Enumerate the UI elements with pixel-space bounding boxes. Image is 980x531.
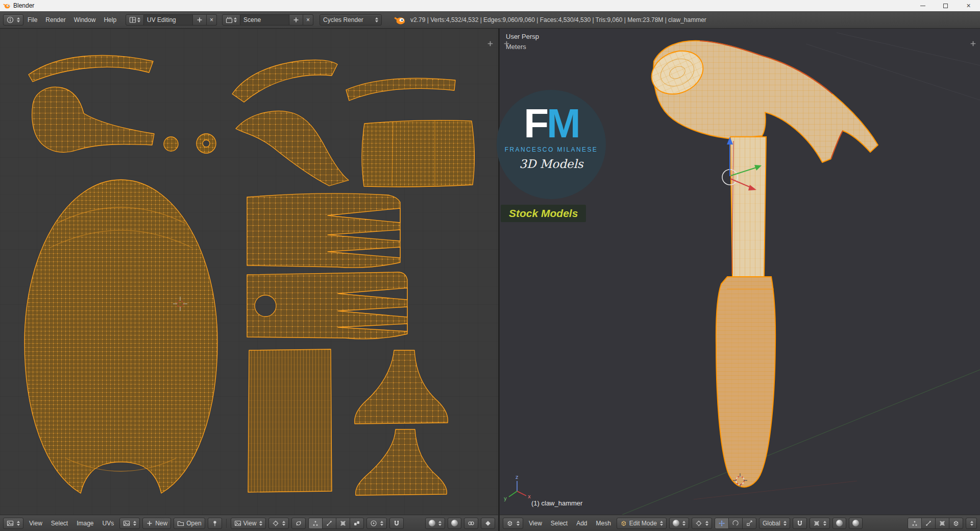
- scene-name-field[interactable]: Scene: [240, 14, 289, 26]
- mode-dropdown[interactable]: Edit Mode: [617, 518, 667, 529]
- mesh-select-vertex-button[interactable]: [908, 518, 922, 529]
- pin-image-button[interactable]: [208, 518, 222, 529]
- uv-island-poll-face[interactable]: [362, 120, 474, 187]
- uv-select-face-button[interactable]: [336, 518, 350, 529]
- manipulator-rotate-button[interactable]: [728, 518, 743, 529]
- uv-menu-view[interactable]: View: [26, 520, 45, 527]
- open-folder-icon: [177, 520, 184, 527]
- menu-help[interactable]: Help: [100, 16, 120, 23]
- uv-menu-image[interactable]: Image: [74, 520, 96, 527]
- uv-select-vertex-button[interactable]: [308, 518, 323, 529]
- uv-island-grip-main[interactable]: [24, 180, 217, 493]
- keyframe-insert-button[interactable]: [481, 518, 495, 529]
- v3d-menu-view[interactable]: View: [526, 520, 545, 527]
- layout-browse-button[interactable]: [126, 14, 144, 26]
- svg-text:x: x: [528, 494, 531, 499]
- watermark-letter-m: M: [547, 103, 579, 144]
- uv-island-shaft-strip[interactable]: [248, 349, 332, 492]
- uv-island-cap-ring[interactable]: [197, 134, 216, 153]
- uv-menu-select[interactable]: Select: [48, 520, 71, 527]
- viewport-view-name: User Persp: [506, 33, 539, 40]
- uv-select-edge-button[interactable]: [322, 518, 336, 529]
- link-datablock-button[interactable]: [464, 518, 478, 529]
- snap-element-icon: [813, 520, 820, 527]
- snap-element-dropdown[interactable]: [810, 518, 830, 529]
- image-browse-button[interactable]: [119, 518, 140, 529]
- uv-menu-uvs[interactable]: UVs: [100, 520, 117, 527]
- layout-browse-icon: [129, 16, 136, 23]
- uv-island-cap-small[interactable]: [164, 137, 178, 151]
- opengl-anim-button[interactable]: [849, 518, 863, 529]
- mesh-select-face-button[interactable]: [935, 518, 949, 529]
- menu-window[interactable]: Window: [70, 16, 100, 23]
- v3d-menu-mesh[interactable]: Mesh: [593, 520, 614, 527]
- render-slot-dropdown[interactable]: [425, 518, 445, 529]
- viewport-shading-dropdown[interactable]: [669, 518, 689, 529]
- pivot-point-icon: [695, 520, 702, 527]
- hammer-mesh[interactable]: [645, 41, 878, 487]
- toolshelf-expand-icon[interactable]: [503, 40, 510, 47]
- manipulator-translate-button[interactable]: [715, 518, 729, 529]
- watermark-logo: F M FRANCESCO MILANESE 3D Models: [497, 90, 606, 199]
- select-island-icon: [353, 520, 360, 527]
- mode-value: Edit Mode: [629, 520, 657, 527]
- menu-file[interactable]: File: [23, 16, 41, 23]
- minimize-icon: [920, 6, 925, 6]
- close-button[interactable]: ×: [957, 0, 980, 11]
- pivot-point-dropdown[interactable]: [692, 518, 712, 529]
- proportional-edit-dropdown[interactable]: [366, 518, 387, 529]
- svg-text:y: y: [504, 496, 507, 501]
- scene-delete-button[interactable]: ×: [303, 14, 313, 26]
- info-editor-icon: [7, 16, 14, 23]
- manipulator-scale-button[interactable]: [742, 518, 756, 529]
- hammer-shaft[interactable]: [730, 137, 766, 277]
- uv-island-claw-bottom[interactable]: [247, 272, 407, 339]
- display-mode-dropdown[interactable]: View: [231, 518, 266, 529]
- layout-delete-button[interactable]: ×: [207, 14, 217, 26]
- watermark-stock-models: Stock Models: [501, 205, 586, 222]
- display-mode-icon: [234, 520, 241, 527]
- minimize-button[interactable]: [911, 0, 934, 11]
- render-engine-selector[interactable]: Cycles Render: [320, 14, 382, 26]
- uv-sync-toggle[interactable]: [291, 518, 306, 529]
- uv-editor-type-button[interactable]: [3, 518, 23, 529]
- blender-logo-icon: [3, 2, 10, 9]
- layout-add-button[interactable]: [193, 14, 207, 26]
- occlude-toggle-button[interactable]: [949, 518, 963, 529]
- render-result-button[interactable]: [448, 518, 461, 529]
- snap-toggle-button[interactable]: [389, 518, 404, 529]
- new-image-button[interactable]: New: [142, 518, 171, 529]
- manipulator-scale-icon: [746, 520, 753, 527]
- info-editor-type-button[interactable]: [3, 14, 23, 26]
- dropdown-arrows-icon: [137, 17, 140, 22]
- pivot-center-dropdown[interactable]: [268, 518, 289, 529]
- uv-canvas[interactable]: [0, 29, 498, 515]
- open-image-label: Open: [186, 520, 201, 527]
- watermark-subtitle: 3D Models: [519, 157, 583, 171]
- dropdown-arrows-icon: [17, 521, 20, 526]
- open-image-button[interactable]: Open: [174, 518, 205, 529]
- v3d-menu-select[interactable]: Select: [548, 520, 571, 527]
- scene-browse-button[interactable]: [222, 14, 240, 26]
- scene-add-button[interactable]: [289, 14, 303, 26]
- orientation-dropdown[interactable]: Global: [759, 518, 790, 529]
- hammer-grip[interactable]: [716, 277, 775, 487]
- opengl-render-button[interactable]: [832, 518, 846, 529]
- snap-toggle-button[interactable]: [793, 518, 807, 529]
- mesh-select-edge-button[interactable]: [921, 518, 936, 529]
- menu-render[interactable]: Render: [41, 16, 69, 23]
- uv-image-editor: [0, 29, 500, 515]
- dropdown-arrows-icon: [705, 521, 708, 526]
- maximize-button[interactable]: [934, 0, 957, 11]
- uv-select-island-button[interactable]: [350, 518, 364, 529]
- uv-island-claw-top[interactable]: [247, 194, 400, 268]
- v3d-menu-add[interactable]: Add: [573, 520, 590, 527]
- header-collapse-button[interactable]: [966, 518, 977, 529]
- view3d-editor-type-button[interactable]: [503, 518, 523, 529]
- occlude-icon: [952, 520, 960, 527]
- properties-expand-icon[interactable]: [969, 40, 977, 47]
- display-mode-value: View: [243, 520, 257, 527]
- maximize-icon: [943, 4, 948, 8]
- region-expand-icon[interactable]: [486, 40, 494, 47]
- layout-name-field[interactable]: UV Editing: [144, 14, 193, 26]
